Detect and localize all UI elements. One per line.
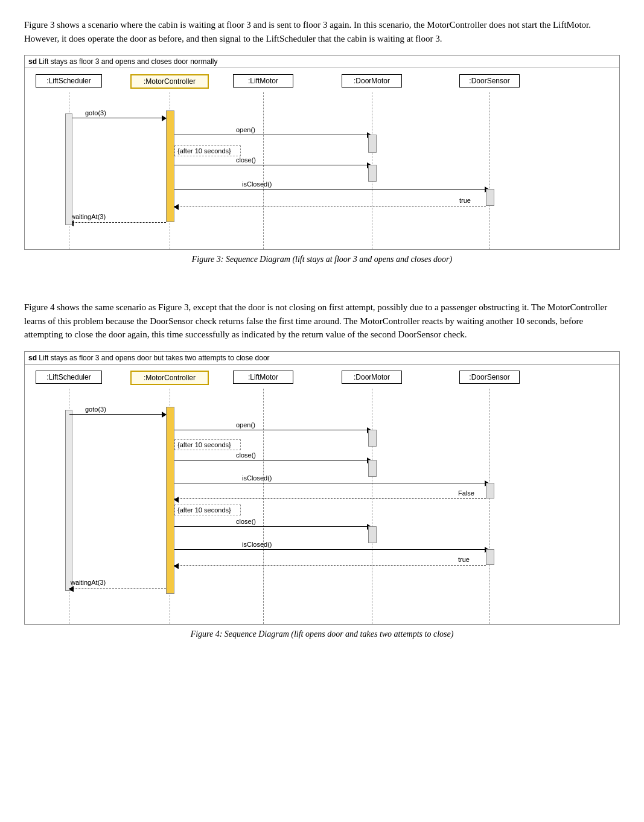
diagram-1-header: sd Lift stays as floor 3 and opens and c… [25, 56, 619, 68]
return-false-2 [174, 499, 486, 499]
lifeline-doorsensor-1: :DoorSensor [459, 74, 520, 88]
paragraph-2: Figure 4 shows the same scenario as Figu… [24, 301, 620, 342]
label-isclosed-2b: isClosed() [242, 541, 272, 548]
label-goto3-2: goto(3) [85, 406, 106, 413]
selfloop-10s-2b: {after 10 seconds} [174, 505, 241, 515]
lifeline-liftscheduler-1: :LiftScheduler [36, 74, 102, 88]
arrow-close-1 [174, 165, 371, 165]
return-true-2 [174, 565, 486, 566]
label-open-1: open() [236, 126, 255, 133]
arrow-isclosed-2a [174, 483, 489, 483]
lifeline-motorcontroller-2: :MotorController [130, 371, 209, 385]
arrow-isclosed-1 [174, 189, 489, 190]
lifeline-liftmotor-2: :LiftMotor [233, 371, 293, 384]
label-true-1: true [459, 197, 471, 204]
diagram-2: sd Lift stays as floor 3 and opens door … [24, 351, 620, 625]
lifeline-doormotor-2: :DoorMotor [342, 371, 402, 384]
label-close-1: close() [236, 156, 256, 164]
return-waitingat-2 [69, 588, 166, 588]
diagram-1-body: :LiftScheduler :MotorController :LiftMot… [25, 68, 619, 249]
activation-doormotor-close-1 [368, 165, 377, 182]
arrow-isclosed-2b [174, 549, 489, 550]
diagram-2-header: sd Lift stays as floor 3 and opens door … [25, 352, 619, 365]
lifeline-liftscheduler-2: :LiftScheduler [36, 371, 102, 384]
arrow-goto3-2 [69, 414, 166, 415]
diagram-1-title: Lift stays as floor 3 and opens and clos… [39, 57, 217, 66]
activation-liftscheduler-1 [65, 113, 72, 225]
label-close-2b: close() [236, 518, 256, 525]
diagram-1-sd-label: sd [28, 57, 37, 66]
selfloop-10s-2a: {after 10 seconds} [174, 439, 241, 450]
activation-liftscheduler-2 [65, 410, 72, 591]
lifeline-line-liftmotor-1 [263, 92, 264, 249]
activation-doormotor-close1-2 [368, 460, 377, 477]
lifeline-doorsensor-2: :DoorSensor [459, 371, 520, 384]
return-waitingat-1 [69, 222, 166, 223]
label-open-2: open() [236, 421, 255, 429]
activation-motorcontroller-1 [166, 110, 174, 222]
activation-doormotor-close2-2 [368, 526, 377, 543]
label-isclosed-2a: isClosed() [242, 474, 272, 482]
lifeline-line-doorsensor-1 [489, 92, 490, 249]
diagram-2-sd-label: sd [28, 354, 37, 362]
diagram-1: sd Lift stays as floor 3 and opens and c… [24, 55, 620, 250]
lifeline-line-doorsensor-2 [489, 389, 490, 624]
caption-2: Figure 4: Sequence Diagram (lift opens d… [24, 629, 620, 639]
selfloop-10s-1: {after 10 seconds} [174, 145, 241, 156]
label-close-2a: close() [236, 451, 256, 459]
return-true-1 [174, 206, 486, 206]
paragraph-1: Figure 3 shows a scenario where the cabi… [24, 18, 620, 45]
lifeline-liftmotor-1: :LiftMotor [233, 74, 293, 88]
diagram-2-body: :LiftScheduler :MotorController :LiftMot… [25, 365, 619, 624]
activation-doorsensor-1 [486, 189, 494, 206]
arrow-close-2b [174, 526, 371, 527]
diagram-2-title: Lift stays as floor 3 and opens door but… [39, 354, 269, 362]
caption-1: Figure 3: Sequence Diagram (lift stays a… [24, 255, 620, 264]
label-false-2: False [458, 489, 474, 497]
label-waitingat-1: waitingAt(3) [71, 213, 106, 220]
label-isclosed-1: isClosed() [242, 180, 272, 188]
activation-doormotor-open-2 [368, 430, 377, 447]
lifeline-line-doormotor-2 [372, 389, 372, 624]
activation-doorsensor-2a [486, 483, 494, 499]
activation-doormotor-open-1 [368, 135, 377, 153]
activation-doorsensor-2b [486, 549, 494, 565]
label-true-2: true [458, 556, 470, 563]
arrow-open-1 [174, 135, 371, 135]
arrow-open-2 [174, 430, 371, 430]
arrow-close-2a [174, 460, 371, 460]
label-waitingat-2: waitingAt(3) [71, 579, 106, 586]
lifeline-motorcontroller-1: :MotorController [130, 74, 209, 89]
arrow-goto3-1 [69, 118, 166, 118]
label-goto3-1: goto(3) [85, 109, 106, 116]
lifeline-line-liftmotor-2 [263, 389, 264, 624]
lifeline-doormotor-1: :DoorMotor [342, 74, 402, 88]
activation-motorcontroller-2 [166, 407, 174, 594]
